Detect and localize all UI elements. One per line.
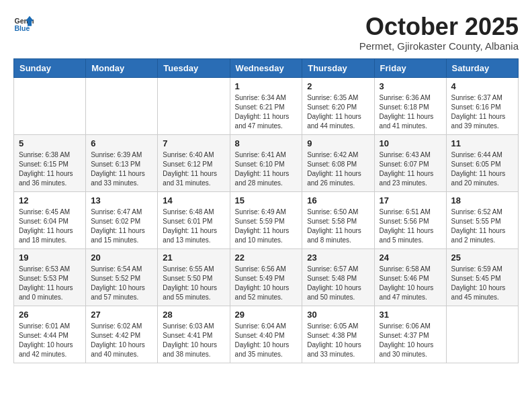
day-info: Sunrise: 6:37 AM Sunset: 6:16 PM Dayligh… (451, 93, 513, 131)
weekday-header-thursday: Thursday (302, 58, 374, 77)
day-number: 5 (19, 138, 81, 148)
calendar-cell: 2Sunrise: 6:35 AM Sunset: 6:20 PM Daylig… (302, 77, 374, 134)
weekday-header-wednesday: Wednesday (230, 58, 302, 77)
day-number: 2 (307, 81, 369, 91)
weekday-header-sunday: Sunday (14, 58, 86, 77)
day-info: Sunrise: 6:34 AM Sunset: 6:21 PM Dayligh… (235, 93, 298, 131)
calendar-week-row: 12Sunrise: 6:45 AM Sunset: 6:04 PM Dayli… (14, 191, 519, 248)
calendar-cell: 22Sunrise: 6:56 AM Sunset: 5:49 PM Dayli… (230, 248, 302, 306)
calendar-cell: 24Sunrise: 6:58 AM Sunset: 5:46 PM Dayli… (374, 248, 446, 306)
calendar-cell: 4Sunrise: 6:37 AM Sunset: 6:16 PM Daylig… (446, 77, 518, 134)
calendar-week-row: 19Sunrise: 6:53 AM Sunset: 5:53 PM Dayli… (14, 248, 519, 306)
calendar-table: SundayMondayTuesdayWednesdayThursdayFrid… (13, 58, 519, 363)
calendar-cell: 17Sunrise: 6:51 AM Sunset: 5:56 PM Dayli… (374, 191, 446, 248)
day-number: 12 (19, 195, 81, 205)
calendar-cell: 29Sunrise: 6:04 AM Sunset: 4:40 PM Dayli… (230, 306, 302, 363)
day-info: Sunrise: 6:51 AM Sunset: 5:56 PM Dayligh… (380, 208, 441, 245)
day-number: 3 (380, 81, 441, 91)
day-info: Sunrise: 6:43 AM Sunset: 6:07 PM Dayligh… (380, 150, 441, 188)
calendar-cell: 16Sunrise: 6:50 AM Sunset: 5:58 PM Dayli… (302, 191, 374, 248)
calendar-cell (158, 77, 230, 134)
calendar-cell: 21Sunrise: 6:55 AM Sunset: 5:50 PM Dayli… (158, 248, 230, 306)
day-info: Sunrise: 6:54 AM Sunset: 5:52 PM Dayligh… (91, 265, 152, 302)
day-number: 21 (163, 253, 224, 263)
weekday-header-tuesday: Tuesday (158, 58, 230, 77)
calendar-cell: 25Sunrise: 6:59 AM Sunset: 5:45 PM Dayli… (446, 248, 518, 306)
calendar-cell (14, 77, 86, 134)
calendar-cell (86, 77, 158, 134)
day-info: Sunrise: 6:58 AM Sunset: 5:46 PM Dayligh… (380, 265, 441, 302)
day-number: 9 (307, 138, 369, 148)
calendar-week-row: 26Sunrise: 6:01 AM Sunset: 4:44 PM Dayli… (14, 306, 519, 363)
calendar-cell: 11Sunrise: 6:44 AM Sunset: 6:05 PM Dayli… (446, 134, 518, 191)
day-info: Sunrise: 6:52 AM Sunset: 5:55 PM Dayligh… (451, 208, 513, 245)
calendar-cell: 14Sunrise: 6:48 AM Sunset: 6:01 PM Dayli… (158, 191, 230, 248)
calendar-cell: 26Sunrise: 6:01 AM Sunset: 4:44 PM Dayli… (14, 306, 86, 363)
day-info: Sunrise: 6:04 AM Sunset: 4:40 PM Dayligh… (235, 322, 298, 359)
day-number: 25 (451, 253, 513, 263)
page-header: General Blue October 2025 Permet, Gjirok… (13, 13, 519, 52)
calendar-cell: 23Sunrise: 6:57 AM Sunset: 5:48 PM Dayli… (302, 248, 374, 306)
day-number: 23 (307, 253, 369, 263)
day-info: Sunrise: 6:56 AM Sunset: 5:49 PM Dayligh… (235, 265, 298, 302)
day-number: 19 (19, 253, 81, 263)
weekday-header-friday: Friday (374, 58, 446, 77)
day-number: 11 (451, 138, 513, 148)
day-number: 8 (235, 138, 298, 148)
logo-icon: General Blue (13, 13, 34, 34)
calendar-cell: 8Sunrise: 6:41 AM Sunset: 6:10 PM Daylig… (230, 134, 302, 191)
calendar-cell: 18Sunrise: 6:52 AM Sunset: 5:55 PM Dayli… (446, 191, 518, 248)
calendar-cell: 13Sunrise: 6:47 AM Sunset: 6:02 PM Dayli… (86, 191, 158, 248)
day-number: 15 (235, 195, 298, 205)
calendar-cell: 19Sunrise: 6:53 AM Sunset: 5:53 PM Dayli… (14, 248, 86, 306)
day-info: Sunrise: 6:44 AM Sunset: 6:05 PM Dayligh… (451, 150, 513, 188)
day-info: Sunrise: 6:42 AM Sunset: 6:08 PM Dayligh… (307, 150, 369, 188)
day-info: Sunrise: 6:50 AM Sunset: 5:58 PM Dayligh… (307, 208, 369, 245)
calendar-cell: 30Sunrise: 6:05 AM Sunset: 4:38 PM Dayli… (302, 306, 374, 363)
day-info: Sunrise: 6:40 AM Sunset: 6:12 PM Dayligh… (163, 150, 224, 188)
day-number: 10 (380, 138, 441, 148)
day-number: 18 (451, 195, 513, 205)
day-info: Sunrise: 6:01 AM Sunset: 4:44 PM Dayligh… (19, 322, 81, 359)
logo: General Blue (13, 13, 34, 34)
calendar-cell (446, 306, 518, 363)
svg-text:Blue: Blue (15, 24, 30, 32)
calendar-cell: 7Sunrise: 6:40 AM Sunset: 6:12 PM Daylig… (158, 134, 230, 191)
day-info: Sunrise: 6:59 AM Sunset: 5:45 PM Dayligh… (451, 265, 513, 302)
month-title: October 2025 (359, 13, 519, 40)
day-number: 20 (91, 253, 152, 263)
day-number: 1 (235, 81, 298, 91)
day-number: 27 (91, 310, 152, 320)
day-info: Sunrise: 6:38 AM Sunset: 6:15 PM Dayligh… (19, 150, 81, 188)
day-info: Sunrise: 6:48 AM Sunset: 6:01 PM Dayligh… (163, 208, 224, 245)
calendar-cell: 3Sunrise: 6:36 AM Sunset: 6:18 PM Daylig… (374, 77, 446, 134)
weekday-header-row: SundayMondayTuesdayWednesdayThursdayFrid… (14, 58, 519, 77)
day-info: Sunrise: 6:39 AM Sunset: 6:13 PM Dayligh… (91, 150, 152, 188)
weekday-header-saturday: Saturday (446, 58, 518, 77)
calendar-cell: 20Sunrise: 6:54 AM Sunset: 5:52 PM Dayli… (86, 248, 158, 306)
day-info: Sunrise: 6:55 AM Sunset: 5:50 PM Dayligh… (163, 265, 224, 302)
location-subtitle: Permet, Gjirokaster County, Albania (359, 40, 519, 52)
day-number: 14 (163, 195, 224, 205)
calendar-cell: 28Sunrise: 6:03 AM Sunset: 4:41 PM Dayli… (158, 306, 230, 363)
calendar-cell: 5Sunrise: 6:38 AM Sunset: 6:15 PM Daylig… (14, 134, 86, 191)
day-number: 13 (91, 195, 152, 205)
day-number: 24 (380, 253, 441, 263)
day-info: Sunrise: 6:05 AM Sunset: 4:38 PM Dayligh… (307, 322, 369, 359)
day-number: 30 (307, 310, 369, 320)
day-info: Sunrise: 6:06 AM Sunset: 4:37 PM Dayligh… (380, 322, 441, 359)
day-number: 31 (380, 310, 441, 320)
day-number: 29 (235, 310, 298, 320)
day-number: 4 (451, 81, 513, 91)
day-number: 7 (163, 138, 224, 148)
day-info: Sunrise: 6:03 AM Sunset: 4:41 PM Dayligh… (163, 322, 224, 359)
day-info: Sunrise: 6:35 AM Sunset: 6:20 PM Dayligh… (307, 93, 369, 131)
calendar-cell: 27Sunrise: 6:02 AM Sunset: 4:42 PM Dayli… (86, 306, 158, 363)
calendar-cell: 31Sunrise: 6:06 AM Sunset: 4:37 PM Dayli… (374, 306, 446, 363)
day-number: 17 (380, 195, 441, 205)
calendar-cell: 9Sunrise: 6:42 AM Sunset: 6:08 PM Daylig… (302, 134, 374, 191)
day-info: Sunrise: 6:02 AM Sunset: 4:42 PM Dayligh… (91, 322, 152, 359)
calendar-cell: 10Sunrise: 6:43 AM Sunset: 6:07 PM Dayli… (374, 134, 446, 191)
weekday-header-monday: Monday (86, 58, 158, 77)
day-info: Sunrise: 6:45 AM Sunset: 6:04 PM Dayligh… (19, 208, 81, 245)
